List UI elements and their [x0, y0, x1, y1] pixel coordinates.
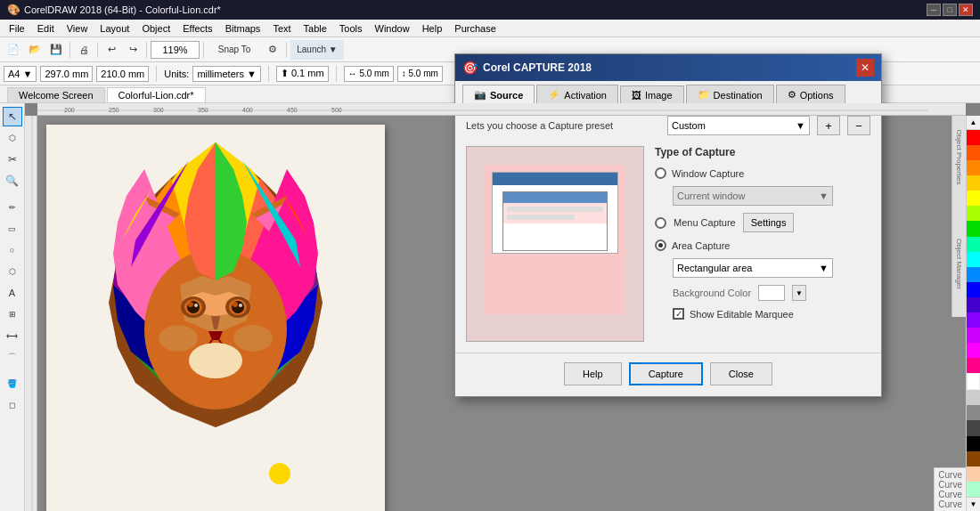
menu-object[interactable]: Object: [136, 21, 176, 36]
palette-magenta[interactable]: [967, 343, 980, 358]
redo-btn[interactable]: ↪: [123, 40, 143, 60]
dialog-content-row: Type of Capture Window Capture Current w…: [466, 146, 870, 342]
area-capture-radio[interactable]: [655, 239, 666, 251]
table-tool[interactable]: ⊞: [3, 304, 22, 324]
page-height[interactable]: 210.0 mm: [96, 66, 149, 82]
snap-btn[interactable]: Snap To: [208, 40, 261, 60]
window-capture-combo[interactable]: Current window ▼: [673, 186, 833, 206]
palette-white[interactable]: [967, 373, 980, 390]
nudge-step[interactable]: ⬆ 0.1 mm: [276, 66, 329, 82]
palette-scroll-up[interactable]: ▲: [967, 116, 980, 130]
maximize-button[interactable]: □: [943, 4, 957, 16]
save-btn[interactable]: 💾: [46, 40, 66, 60]
palette-pink[interactable]: [967, 358, 980, 373]
menu-window[interactable]: Window: [370, 21, 415, 36]
capture-button[interactable]: Capture: [629, 362, 703, 385]
menu-file[interactable]: File: [4, 21, 30, 36]
palette-scroll-down[interactable]: ▼: [967, 497, 980, 511]
palette-violet[interactable]: [967, 312, 980, 328]
palette-peach[interactable]: [967, 466, 980, 482]
menu-view[interactable]: View: [61, 21, 94, 36]
palette-dark-gray[interactable]: [967, 420, 980, 435]
page-size-combo[interactable]: A4 ▼: [4, 66, 37, 82]
palette-brown[interactable]: [967, 451, 980, 466]
connector-tool[interactable]: ⌒: [3, 347, 22, 367]
open-btn[interactable]: 📂: [25, 40, 45, 60]
palette-mint[interactable]: [967, 482, 980, 497]
tab-welcome[interactable]: Welcome Screen: [7, 87, 105, 102]
new-btn[interactable]: 📄: [4, 40, 23, 60]
palette-light-blue[interactable]: [967, 267, 980, 282]
dimension-tool[interactable]: ⟷: [3, 326, 22, 345]
launch-btn[interactable]: Launch ▼: [290, 40, 344, 60]
palette-blue[interactable]: [967, 282, 980, 297]
menu-edit[interactable]: Edit: [32, 21, 60, 36]
preset-add-button[interactable]: +: [817, 116, 840, 135]
dialog-tab-activation[interactable]: ⚡ Activation: [536, 85, 618, 104]
menu-layout[interactable]: Layout: [94, 21, 135, 36]
undo-btn[interactable]: ↩: [102, 40, 121, 60]
palette-light-gray[interactable]: [967, 390, 980, 405]
svg-text:200: 200: [64, 107, 75, 113]
dialog-tab-options[interactable]: ⚙ Options: [776, 85, 845, 104]
size-h[interactable]: ↕ 5.0 mm: [397, 66, 443, 82]
palette-green[interactable]: [967, 221, 980, 236]
print-btn[interactable]: 🖨: [74, 40, 94, 60]
menu-text[interactable]: Text: [267, 21, 296, 36]
close-dialog-button[interactable]: Close: [710, 362, 772, 385]
palette-orange-red[interactable]: [967, 145, 980, 160]
palette-yellow-orange[interactable]: [967, 175, 980, 191]
close-button[interactable]: ✕: [959, 4, 973, 16]
marquee-checkbox[interactable]: [673, 308, 684, 320]
bg-color-swatch[interactable]: [758, 285, 785, 301]
text-tool[interactable]: A: [3, 283, 22, 303]
minimize-button[interactable]: ─: [927, 4, 941, 16]
menu-bitmaps[interactable]: Bitmaps: [220, 21, 266, 36]
settings-gear[interactable]: ⚙: [263, 40, 282, 60]
menu-table[interactable]: Table: [298, 21, 332, 36]
menu-capture-radio[interactable]: [655, 217, 666, 229]
menu-help[interactable]: Help: [417, 21, 448, 36]
settings-button[interactable]: Settings: [743, 213, 795, 232]
options-icon: ⚙: [788, 89, 796, 101]
palette-black[interactable]: [967, 436, 980, 451]
menu-effects[interactable]: Effects: [177, 21, 217, 36]
palette-red[interactable]: [967, 130, 980, 145]
select-tool[interactable]: ↖: [3, 107, 22, 126]
preset-remove-button[interactable]: −: [847, 116, 870, 135]
dialog-tab-image[interactable]: 🖼 Image: [620, 85, 684, 104]
palette-indigo[interactable]: [967, 297, 980, 312]
page-width[interactable]: 297.0 mm: [40, 66, 93, 82]
ellipse-tool[interactable]: ○: [3, 240, 22, 260]
size-w[interactable]: ↔ 5.0 mm: [344, 66, 394, 82]
palette-yellow[interactable]: [967, 191, 980, 206]
palette-yellow-green[interactable]: [967, 206, 980, 221]
rectangle-tool[interactable]: ▭: [3, 219, 22, 239]
dialog-close-button[interactable]: ✕: [856, 59, 874, 77]
shape-tool[interactable]: ⬡: [3, 128, 22, 148]
freehand-tool[interactable]: ✏: [3, 198, 22, 217]
menu-purchase[interactable]: Purchase: [449, 21, 501, 36]
fill-tool[interactable]: 🪣: [3, 374, 22, 393]
palette-purple[interactable]: [967, 328, 980, 343]
tab-document[interactable]: Colorful-Lion.cdr*: [107, 87, 206, 102]
dialog-title-bar: 🎯 Corel CAPTURE 2018 ✕: [455, 54, 881, 81]
area-capture-combo[interactable]: Rectangular area ▼: [673, 258, 833, 278]
palette-orange[interactable]: [967, 160, 980, 175]
window-capture-radio[interactable]: [655, 167, 666, 179]
preset-combo[interactable]: Custom ▼: [667, 116, 810, 135]
outline-tool[interactable]: ◻: [3, 395, 22, 415]
zoom-level[interactable]: 119%: [151, 41, 200, 59]
polygon-tool[interactable]: ⬡: [3, 262, 22, 281]
bg-color-dropdown[interactable]: ▼: [792, 285, 806, 301]
units-combo[interactable]: millimeters ▼: [192, 66, 261, 82]
zoom-tool[interactable]: 🔍: [3, 171, 22, 191]
help-button[interactable]: Help: [564, 362, 622, 385]
dialog-tab-source[interactable]: 📷 Source: [462, 85, 535, 105]
dialog-tab-destination[interactable]: 📁 Destination: [686, 85, 774, 104]
palette-gray[interactable]: [967, 405, 980, 420]
palette-cyan-green[interactable]: [967, 237, 980, 252]
crop-tool[interactable]: ✂: [3, 150, 22, 169]
menu-tools[interactable]: Tools: [334, 21, 368, 36]
palette-cyan[interactable]: [967, 252, 980, 267]
